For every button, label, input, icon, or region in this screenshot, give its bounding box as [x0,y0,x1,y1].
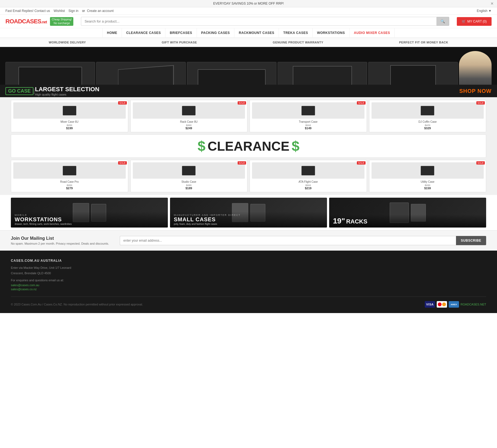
product-image-6 [133,162,245,179]
dollar-left: $ [197,138,205,154]
amex-icon: AMEX [449,301,459,308]
sale-badge-5: SALE [118,161,127,165]
cart-button[interactable]: 🛒 MY CART (0) [457,17,492,26]
footer-top: CASES.COM.AU AUSTRALIA Enter via Mackie … [11,259,486,297]
trust-bar: WORLDWIDE DELIVERY GIFT WITH PURCHASE GE… [0,38,497,47]
product-image-3 [252,102,364,119]
header-links-bar: Fast Email Replies! Contact us Wishlist … [0,7,497,15]
mailing-subtext: No spam. Maximum 2 per month. Privacy re… [11,242,109,245]
product-card-3: SALE Transport Case $219 $149 [250,100,367,132]
sale-badge-4: SALE [476,101,485,105]
close-icon[interactable]: ✕ [490,1,494,6]
category-racks[interactable]: 19" RACKS [329,198,486,228]
product-old-price-5: $399 [13,184,126,187]
sale-badge-1: SALE [118,101,127,105]
product-name-1: Mixer Case 6U [13,120,126,123]
email-input[interactable] [120,236,456,245]
product-card-8: SALE Utility Case $239 $159 [369,160,486,192]
clearance-banner: $ CLEARANCE $ [11,134,486,158]
mastercard-icon [437,301,447,308]
nav-treka-cases[interactable]: TREKA CASES [279,28,313,37]
sale-badge-7: SALE [357,161,365,165]
workstations-label-main: WORKSTATIONS [15,216,164,223]
product-old-price-4: $479 [372,124,484,127]
footer: CASES.COM.AU AUSTRALIA Enter via Mackie … [0,251,497,313]
category-workstations[interactable]: MOBILE WORKSTATIONS drawer, tech, filmin… [11,198,168,228]
nav-briefcases[interactable]: BRIEFCASES [165,28,197,37]
product-name-5: Road Case Pro [13,180,126,183]
search-area: 🔍 [81,17,449,26]
smallcases-overlay: Manufacturer And Importer Direct SMALL C… [170,212,327,228]
product-image-1 [13,102,126,119]
dollar-right: $ [292,138,300,154]
product-name-8: Utility Case [372,180,484,183]
product-name-3: Transport Case [252,120,364,123]
subscribe-button[interactable]: SUBSCRIBE [456,236,486,245]
mailing-form: SUBSCRIBE [120,236,486,245]
product-card-6: SALE Studio Case $289 $189 [130,160,248,192]
signin-link[interactable]: Sign in [68,9,78,13]
left-links: Fast Email Replies! Contact us Wishlist … [5,9,116,13]
payment-icons: VISA AMEX ROADCASES.NET [425,301,486,308]
wishlist-link[interactable]: Wishlist [54,9,65,13]
product-price-4: $329 [372,127,484,130]
product-old-price-6: $289 [133,184,245,187]
nav-workstations[interactable]: WORKSTATIONS [313,28,350,37]
mailing-heading: Join Our Mailing List [11,236,109,241]
header-main: ROADCASES.net Cheap Shipping! No surchar… [0,15,497,28]
product-image-8 [372,162,484,179]
category-smallcases[interactable]: Manufacturer And Importer Direct SMALL C… [170,198,327,228]
product-old-price-1: $299 [13,124,126,127]
language-selector[interactable]: English ▼ [477,9,492,13]
smallcases-label-main: SMALL CASES [174,216,323,223]
clearance-title: $ CLEARANCE $ [11,138,486,154]
racks-label-sub: RACKS [346,218,367,225]
workstations-overlay: MOBILE WORKSTATIONS drawer, tech, filmin… [11,212,168,228]
product-old-price-7: $319 [252,184,364,187]
mailing-section: Join Our Mailing List No spam. Maximum 2… [0,230,497,251]
footer-address: CASES.COM.AU AUSTRALIA Enter via Mackie … [11,259,71,291]
product-card-4: SALE DJ Coffin Case $479 $329 [369,100,486,132]
navbar: HOME CLEARANCE CASES BRIEFCASES PACKING … [0,28,497,38]
product-card-5: SALE Road Case Pro $399 $279 [11,160,128,192]
racks-label-large: 19" [333,217,345,225]
hero-tagline: LARGEST SELECTION High quality flight ca… [35,86,99,96]
hero-shop-now[interactable]: SHOP NOW [459,88,492,94]
footer-email-nz[interactable]: sales@cases.co.nz [11,288,37,291]
contact-link[interactable]: Fast Email Replies! Contact us [5,9,50,13]
footer-enquiry-text: For enquiries and questions email us at: [11,278,71,283]
nav-clearance-cases[interactable]: CLEARANCE CASES [122,28,166,37]
product-card-7: SALE ATA Flight Case $319 $219 [250,160,367,192]
product-card-2: SALE Rack Case 8U $369 $249 [130,100,248,132]
footer-copyright: © 2023 Cases.Com.Au / Cases.Co.NZ. No re… [11,302,143,307]
product-price-2: $249 [133,127,245,130]
search-input[interactable] [81,17,436,26]
top-banner-text: EVERYDAY SAVINGS 10% or MORE OFF RRP! [213,2,284,5]
sale-badge-3: SALE [357,101,365,105]
product-name-6: Studio Case [133,180,245,183]
nav-rackmount-cases[interactable]: RACKMOUNT CASES [234,28,279,37]
clearance-top-products: SALE Mixer Case 6U $299 $199 SALE Rack C… [11,100,486,132]
trust-gift: GIFT WITH PURCHASE [162,41,197,44]
trust-money-back: PERFECT FIT OR MONEY BACK [399,41,448,44]
product-old-price-2: $369 [133,124,245,127]
product-price-7: $219 [252,187,364,190]
product-image-2 [133,102,245,119]
nav-audio-mixer-cases[interactable]: AUDIO MIXER CASES [350,28,395,37]
nav-packing-cases[interactable]: PACKING CASES [197,28,235,37]
product-price-5: $279 [13,187,126,190]
hero-banner: GO CASE | LARGEST SELECTION High quality… [0,47,497,97]
sale-badge-8: SALE [476,161,485,165]
footer-address-line1: Enter via Mackie Way Drive, Unit 1/7 Leo… [11,265,71,271]
product-image-5 [13,162,126,179]
search-button[interactable]: 🔍 [437,17,449,26]
footer-address-line2: Crescent, Brendale QLD 4500 [11,271,71,276]
footer-email-au[interactable]: sales@cases.com.au [11,283,39,287]
product-price-8: $159 [372,187,484,190]
product-image-7 [252,162,364,179]
footer-site-link[interactable]: ROADCASES.NET [461,303,486,306]
footer-bottom: © 2023 Cases.Com.Au / Cases.Co.NZ. No re… [11,297,486,308]
create-account-link[interactable]: Create an account [87,9,114,13]
nav-home[interactable]: HOME [102,28,122,37]
workstations-label-small: MOBILE [15,214,164,216]
